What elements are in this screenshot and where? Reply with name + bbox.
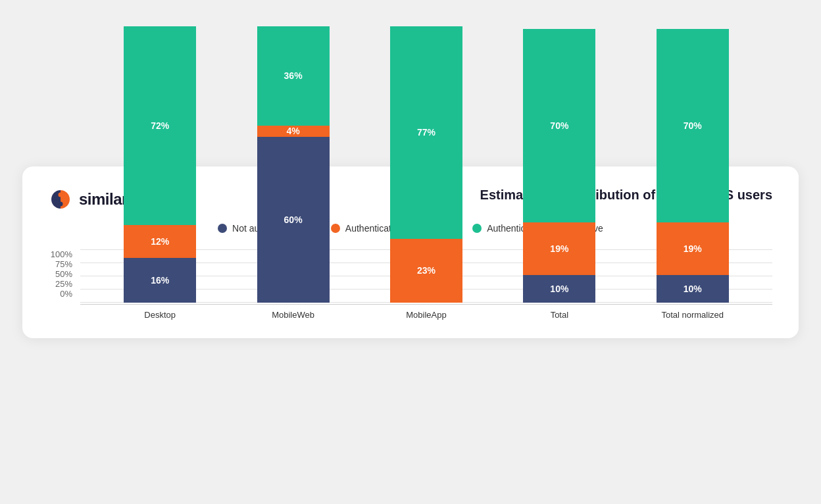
bars-row: 16%12%72%60%4%36%23%77%10%19%70%10%19%70… — [80, 249, 772, 303]
chart-card: similarweb Estimates for distribution of… — [22, 166, 799, 338]
y-axis: 0%25%50%75%100% — [49, 249, 80, 320]
bar-label-0-0: 16% — [151, 275, 169, 286]
bar-label-1-1: 4% — [286, 126, 299, 136]
bar-group-4: 10%19%70% — [653, 29, 732, 303]
bars-and-grid: 16%12%72%60%4%36%23%77%10%19%70%10%19%70… — [80, 249, 772, 303]
bar-label-2-2: 77% — [417, 127, 435, 138]
bar-segment-0-2: 72% — [124, 26, 196, 225]
bar-label-4-0: 10% — [684, 284, 702, 294]
bar-label-0-2: 72% — [151, 120, 169, 131]
y-tick: 75% — [49, 259, 72, 269]
x-label-0: Desktop — [120, 310, 199, 320]
chart-body: 16%12%72%60%4%36%23%77%10%19%70%10%19%70… — [80, 249, 772, 320]
stacked-bar-0: 16%12%72% — [124, 26, 196, 303]
logo-icon — [49, 188, 72, 211]
bar-group-1: 60%4%36% — [254, 26, 333, 303]
stacked-bar-1: 60%4%36% — [257, 26, 330, 303]
svg-point-2 — [59, 201, 63, 206]
x-label-1: MobileWeb — [254, 310, 333, 320]
bar-group-2: 23%77% — [387, 26, 466, 303]
bar-segment-4-1: 19% — [657, 222, 729, 275]
x-labels: DesktopMobileWebMobileAppTotalTotal norm… — [80, 305, 772, 320]
y-tick: 25% — [49, 279, 72, 289]
bar-segment-3-0: 10% — [523, 275, 595, 303]
y-tick: 0% — [49, 289, 72, 299]
bar-segment-2-1: 23% — [390, 239, 462, 303]
legend-dot-not_auth — [218, 224, 227, 233]
bar-label-4-1: 19% — [684, 243, 702, 254]
stacked-bar-3: 10%19%70% — [523, 29, 595, 303]
bar-segment-1-1: 4% — [257, 126, 330, 137]
bar-label-3-1: 19% — [550, 243, 568, 254]
x-label-2: MobileApp — [387, 310, 466, 320]
bar-segment-2-2: 77% — [390, 26, 462, 239]
bar-segment-1-2: 36% — [257, 26, 330, 126]
bar-group-3: 10%19%70% — [520, 29, 599, 303]
stacked-bar-4: 10%19%70% — [657, 29, 729, 303]
bar-segment-1-0: 60% — [257, 137, 330, 303]
legend-dot-auth_not_active — [472, 224, 482, 233]
stacked-bar-2: 23%77% — [390, 26, 462, 303]
bar-segment-0-0: 16% — [124, 258, 196, 302]
bar-label-1-2: 36% — [284, 70, 303, 81]
bar-label-2-1: 23% — [417, 265, 435, 276]
bar-label-4-2: 70% — [684, 120, 702, 131]
bar-group-0: 16%12%72% — [120, 26, 199, 303]
chart-area: 0%25%50%75%100% 16%12%72%60%4%36%23%77%1… — [49, 249, 772, 320]
bar-label-3-2: 70% — [550, 120, 568, 131]
bar-label-0-1: 12% — [151, 236, 169, 247]
x-label-3: Total — [520, 310, 599, 320]
y-tick: 100% — [49, 249, 72, 259]
bar-segment-3-2: 70% — [523, 29, 595, 222]
bar-label-3-0: 10% — [550, 284, 568, 294]
y-tick: 50% — [49, 269, 72, 279]
bar-segment-0-1: 12% — [124, 225, 196, 258]
bar-label-1-0: 60% — [284, 214, 303, 225]
svg-point-1 — [59, 192, 63, 197]
bar-segment-4-2: 70% — [657, 29, 729, 222]
bar-segment-4-0: 10% — [657, 275, 729, 303]
bar-segment-3-1: 19% — [523, 222, 595, 275]
x-label-4: Total normalized — [653, 310, 732, 320]
